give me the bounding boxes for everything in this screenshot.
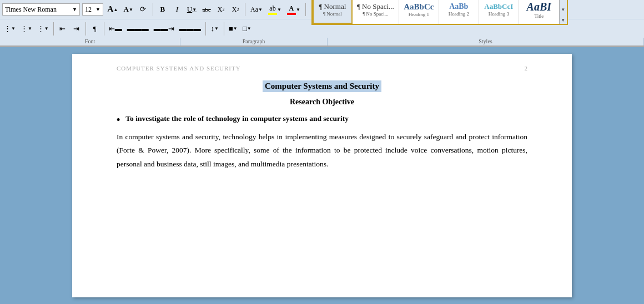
bullet-dot: • (117, 115, 120, 125)
doc-subtitle: Research Objective (117, 98, 527, 107)
font-name-text: Times New Roman (5, 6, 71, 14)
style-title[interactable]: AaBI Title (519, 0, 559, 24)
divider-2 (245, 3, 245, 16)
bold-button[interactable]: B (157, 3, 169, 16)
style-heading3[interactable]: AaBbCcI Heading 3 (479, 0, 519, 24)
styles-scrollbar[interactable]: ▲ ▼ ▼ (559, 0, 567, 24)
change-case-button[interactable]: Aa▼ (249, 3, 264, 16)
subscript-button[interactable]: X2 (215, 3, 227, 16)
align-right-button[interactable]: ▬▬⇥ (152, 23, 176, 35)
page-header: COMPUTER SYSTEMS AND SECURITY 2 (117, 65, 527, 72)
style-h2-preview: AaBb (449, 2, 468, 11)
doc-title[interactable]: Computer Systems and Security (263, 80, 381, 92)
style-normal-preview: ¶ Normal (319, 2, 346, 11)
style-h1-preview: AaBbCc (404, 2, 434, 12)
align-center-button[interactable]: ▬▬▬ (125, 23, 150, 35)
clear-format-button[interactable]: ⟳ (137, 3, 149, 16)
bullets-button[interactable]: ⋮▼ (2, 23, 17, 35)
font-section-label: Font (0, 38, 180, 45)
scroll-down-icon[interactable]: ▼ (561, 7, 565, 12)
font-name-dropdown-icon[interactable]: ▼ (72, 7, 77, 12)
strikethrough-button[interactable]: abc (200, 3, 213, 16)
style-nospace-label: ¶ No Spaci... (363, 11, 388, 17)
style-normal-label: ¶ Normal (323, 11, 342, 17)
style-h1-label: Heading 1 (409, 12, 429, 17)
justify-button[interactable]: ▬▬▬ (178, 23, 203, 35)
divider-8 (224, 22, 224, 36)
show-paragraph-button[interactable]: ¶ (89, 23, 101, 35)
page-number: 2 (525, 65, 528, 72)
highlight-color-bar (268, 13, 277, 15)
style-h3-preview: AaBbCcI (484, 2, 513, 11)
font-size-dropdown-icon[interactable]: ▼ (95, 7, 100, 12)
font-color-button[interactable]: A ▼ (285, 3, 302, 16)
styles-section-label: Styles (328, 38, 644, 45)
toolbar-row1: Times New Roman ▼ 12 ▼ A▲ A▼ ⟳ B I U▼ ab… (0, 0, 644, 19)
underline-button[interactable]: U▼ (185, 3, 198, 16)
style-h3-label: Heading 3 (489, 11, 509, 17)
style-heading1[interactable]: AaBbCc Heading 1 (399, 0, 439, 24)
style-title-label: Title (534, 13, 544, 19)
scroll-more-icon[interactable]: ▼ (561, 18, 565, 23)
divider-6 (104, 22, 104, 36)
align-left-button[interactable]: ⇤▬ (107, 23, 124, 35)
document-area: COMPUTER SYSTEMS AND SECURITY 2 Computer… (0, 47, 644, 304)
divider-5 (85, 22, 86, 36)
toolbar-container: Times New Roman ▼ 12 ▼ A▲ A▼ ⟳ B I U▼ ab… (0, 0, 644, 47)
document-page: COMPUTER SYSTEMS AND SECURITY 2 Computer… (72, 54, 572, 297)
header-title: COMPUTER SYSTEMS AND SECURITY (117, 65, 241, 72)
divider-4 (53, 22, 54, 36)
bullet-text: To investigate the role of technology in… (125, 114, 349, 123)
scroll-up-icon[interactable]: ▲ (561, 0, 565, 1)
font-size-box[interactable]: 12 ▼ (82, 3, 103, 16)
multilevel-button[interactable]: ⋮▼ (36, 23, 51, 35)
decrease-indent-button[interactable]: ⇤ (57, 23, 69, 35)
bullet-item: • To investigate the role of technology … (117, 114, 527, 125)
paragraph-section-label: Paragraph (180, 38, 328, 45)
style-heading2[interactable]: AaBb Heading 2 (439, 0, 479, 24)
divider-1 (153, 3, 153, 16)
styles-panel: ¶ Normal ¶ Normal ¶ No Spaci... ¶ No Spa… (311, 0, 568, 25)
increase-indent-button[interactable]: ⇥ (71, 23, 83, 35)
line-spacing-button[interactable]: ↕▼ (209, 23, 221, 35)
section-bar: Font Paragraph Styles (0, 38, 644, 47)
numbering-button[interactable]: ⋮▼ (19, 23, 34, 35)
style-nospace-preview: ¶ No Spaci... (357, 2, 394, 11)
grow-font-button[interactable]: A▲ (105, 3, 119, 16)
body-text: In computer systems and security, techno… (117, 130, 527, 171)
shading-button[interactable]: ■▼ (227, 23, 239, 35)
divider-7 (205, 22, 206, 36)
style-no-spacing[interactable]: ¶ No Spaci... ¶ No Spaci... (353, 0, 399, 24)
borders-button[interactable]: □▼ (241, 23, 253, 35)
superscript-button[interactable]: X2 (229, 3, 242, 16)
font-color-bar (287, 13, 296, 15)
style-normal[interactable]: ¶ Normal ¶ Normal (313, 0, 353, 24)
font-name-box[interactable]: Times New Roman ▼ (2, 3, 80, 16)
italic-button[interactable]: I (171, 3, 183, 16)
shrink-font-button[interactable]: A▼ (122, 3, 134, 16)
highlight-button[interactable]: ab ▼ (266, 3, 283, 16)
font-size-value: 12 (85, 6, 95, 14)
doc-title-wrapper: Computer Systems and Security (117, 80, 527, 95)
divider-3 (305, 3, 306, 16)
style-h2-label: Heading 2 (449, 11, 469, 17)
style-title-preview: AaBI (527, 1, 551, 13)
